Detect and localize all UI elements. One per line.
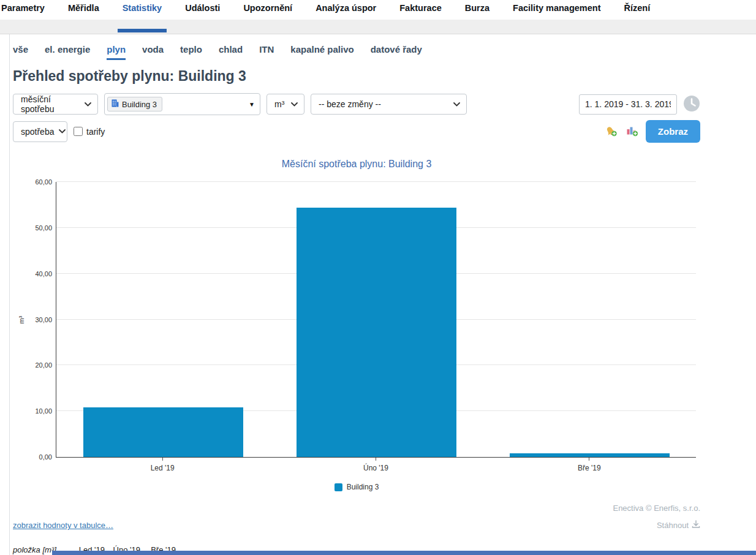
nav-item-parametry[interactable]: Parametry [1,3,45,13]
chevron-down-icon [291,102,298,107]
filter-row-1: měsíční spotřebu Building 3 ▼ m³ [13,93,700,115]
entity-tag-label: Building 3 [122,100,157,109]
legend-label: Building 3 [347,483,379,491]
nav-item-statistiky[interactable]: Statistiky [123,3,162,13]
bell-plus-icon [604,129,618,138]
dropdown-caret-icon: ▼ [249,101,255,108]
y-axis-label: m³ [18,316,25,324]
clock-icon [683,95,700,114]
nav-item-rizeni[interactable]: Řízení [624,3,651,13]
chart-xlabels: Led '19Úno '19Bře '19 [56,458,696,472]
nav-item-udalosti[interactable]: Události [185,3,220,13]
y-tick-label: 10,00 [35,407,52,415]
bottom-strip [52,551,756,555]
download-label: Stáhnout [657,521,689,530]
y-tick-label: 50,00 [35,224,52,232]
building-icon [111,99,119,109]
plot-outer: m³ 0,0010,0020,0030,0040,0050,0060,00 [56,182,696,458]
tariff-checkbox[interactable] [74,127,83,136]
chevron-down-icon [59,129,66,134]
bar-building-3-3[interactable] [510,453,670,457]
add-alert-button[interactable] [603,124,619,138]
x-axis-tick [589,458,589,461]
y-tick-label: 40,00 [35,270,52,278]
nav-item-fakturace[interactable]: Fakturace [399,3,442,13]
add-chart-button[interactable] [625,124,640,138]
content-panel: vše el. energie plyn voda teplo chlad IT… [9,34,756,555]
page: Parametry Měřidla Statistiky Události Up… [0,0,756,555]
page-title: Přehled spotřeby plynu: Building 3 [13,68,700,85]
tab-voda[interactable]: voda [142,44,164,55]
bar-category [270,182,483,457]
x-axis-label: Bře '19 [483,458,696,472]
top-navigation-band [0,20,756,34]
unit-select[interactable]: m³ [266,94,304,115]
filter-row-2: spotřeba tarify [13,120,700,143]
nav-item-upozorneni[interactable]: Upozornění [243,3,292,13]
energy-type-tabs: vše el. energie plyn voda teplo chlad IT… [13,44,700,55]
tab-itn[interactable]: ITN [259,44,274,55]
chart-title: Měsíční spotřeba plynu: Building 3 [13,159,700,170]
x-axis-tick [376,458,376,461]
change-select[interactable]: -- beze změny -- [311,94,467,115]
unit-select-value: m³ [274,99,284,109]
tab-datove-rady[interactable]: datové řady [371,44,422,55]
bar-category [56,182,270,457]
x-axis-label: Led '19 [56,458,269,472]
top-navigation-bar: Parametry Měřidla Statistiky Události Up… [0,0,756,34]
x-axis-tick [162,458,163,461]
x-axis-label-text: Bře '19 [483,464,696,472]
bar-building-3-2[interactable] [297,208,456,457]
tab-vse[interactable]: vše [13,44,28,55]
bar-building-3-1[interactable] [83,407,243,457]
tab-kapalne-palivo[interactable]: kapalné palivo [290,44,353,55]
tariff-checkbox-row: tarify [74,127,105,137]
tab-teplo[interactable]: teplo [180,44,202,55]
x-axis-label: Úno '19 [269,458,482,472]
tab-chlad[interactable]: chlad [219,44,243,55]
y-tick-label: 0,00 [39,453,52,461]
show-button[interactable]: Zobraz [646,120,700,143]
download-button[interactable]: Stáhnout [657,520,700,530]
chart-bars [56,182,696,457]
main-nav: Parametry Měřidla Statistiky Události Up… [0,0,756,13]
legend-swatch [335,483,342,491]
nav-item-burza[interactable]: Burza [465,3,490,13]
x-axis-label-text: Úno '19 [269,464,482,472]
tab-el-energie[interactable]: el. energie [45,44,90,55]
quantity-select-value: spotřeba [21,127,54,137]
download-icon [692,520,700,530]
nav-item-analyza-uspor[interactable]: Analýza úspor [316,3,376,13]
entity-multiselect[interactable]: Building 3 ▼ [104,93,260,115]
chevron-down-icon [85,102,91,107]
time-period-button[interactable] [683,96,700,113]
chart-block: Měsíční spotřeba plynu: Building 3 m³ 0,… [13,159,700,491]
entity-tag[interactable]: Building 3 [107,97,162,111]
y-tick-label: 60,00 [35,178,52,186]
date-range-input[interactable] [579,94,677,115]
link-row: zobrazit hodnoty v tabulce… Stáhnout [13,520,700,530]
y-tick-label: 30,00 [35,316,52,323]
tariff-checkbox-label: tarify [86,127,105,137]
nav-item-facility-management[interactable]: Facility management [513,3,600,13]
show-values-table-link[interactable]: zobrazit hodnoty v tabulce… [13,521,113,530]
chart-plus-icon [626,129,638,138]
bar-category [483,182,696,457]
nav-item-meridla[interactable]: Měřidla [68,3,99,13]
x-axis-label-text: Led '19 [56,464,269,472]
plot-area: 0,0010,0020,0030,0040,0050,0060,00 [56,182,696,458]
chart-legend[interactable]: Building 3 [13,483,700,491]
brand-credit: Enectiva © Enerfis, s.r.o. [13,504,700,513]
metric-select[interactable]: měsíční spotřebu [13,94,98,115]
y-tick-label: 20,00 [35,361,52,369]
change-select-value: -- beze změny -- [319,99,381,109]
tab-plyn[interactable]: plyn [107,44,126,55]
quantity-select[interactable]: spotřeba [13,121,67,142]
chevron-down-icon [453,102,460,107]
metric-select-value: měsíční spotřebu [21,94,80,114]
